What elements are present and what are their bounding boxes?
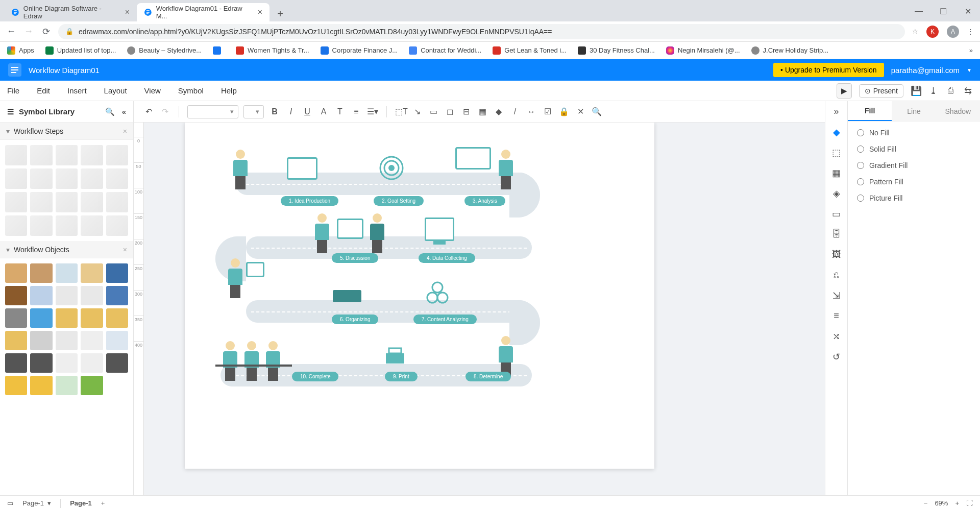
extension-icon[interactable]: K bbox=[926, 26, 939, 38]
search-icon[interactable]: 🔍 bbox=[105, 107, 115, 116]
save-icon[interactable]: 💾 bbox=[911, 85, 921, 96]
symbol-thumb[interactable] bbox=[81, 376, 103, 395]
menu-layout[interactable]: Layout bbox=[104, 86, 127, 95]
present-button[interactable]: ⊙Present bbox=[859, 84, 903, 98]
bookmarks-overflow[interactable]: » bbox=[969, 46, 973, 54]
image-icon[interactable]: 🖼 bbox=[831, 249, 842, 260]
undo-icon[interactable]: ↶ bbox=[143, 107, 154, 116]
symbol-thumb[interactable] bbox=[106, 263, 128, 283]
person-shape[interactable] bbox=[226, 258, 245, 299]
section-workflow-objects[interactable]: ▾ Workflow Objects × bbox=[0, 241, 133, 258]
step-label[interactable]: 6. Organizing bbox=[332, 315, 378, 324]
step-label[interactable]: 2. Goal Setting bbox=[374, 196, 424, 206]
step-label[interactable]: 5. Discussion bbox=[332, 253, 378, 263]
shuffle-icon[interactable]: ⤭ bbox=[831, 331, 842, 342]
symbol-thumb[interactable] bbox=[81, 192, 103, 212]
grid-tool-icon[interactable]: ▦ bbox=[831, 167, 842, 179]
symbol-thumb[interactable] bbox=[106, 192, 128, 212]
layers-icon[interactable]: ◈ bbox=[831, 188, 842, 199]
print-icon[interactable]: ⎙ bbox=[945, 85, 955, 96]
step-label[interactable]: 3. Analysis bbox=[464, 196, 505, 206]
road-segment[interactable] bbox=[246, 236, 532, 259]
font-size-select[interactable]: ▾ bbox=[243, 105, 264, 118]
lock-icon[interactable]: 🔒 bbox=[558, 107, 570, 116]
menu-help[interactable]: Help bbox=[221, 86, 237, 95]
symbol-thumb[interactable] bbox=[56, 331, 78, 350]
align-icon[interactable]: ≡ bbox=[831, 310, 842, 322]
menu-file[interactable]: File bbox=[7, 86, 19, 95]
symbol-thumb[interactable] bbox=[106, 215, 128, 236]
fill-option-gradient[interactable]: Gradient Fill bbox=[857, 161, 971, 170]
tab-0[interactable]: Online Diagram Software - Edraw × bbox=[4, 3, 137, 21]
radio-input[interactable] bbox=[857, 146, 864, 153]
symbol-thumb[interactable] bbox=[106, 331, 128, 350]
symbol-thumb[interactable] bbox=[30, 376, 52, 395]
symbol-thumb[interactable] bbox=[81, 145, 103, 165]
bookmark-apps[interactable]: Apps bbox=[7, 46, 34, 55]
menu-symbol[interactable]: Symbol bbox=[178, 86, 204, 95]
person-shape[interactable] bbox=[312, 213, 332, 254]
fill-option-nofill[interactable]: No Fill bbox=[857, 129, 971, 137]
bookmark-item[interactable]: Negin Mirsalehi (@... bbox=[666, 46, 740, 55]
person-shape[interactable] bbox=[496, 336, 516, 377]
history-icon[interactable]: ↺ bbox=[831, 351, 842, 362]
connector-icon[interactable]: ↘ bbox=[411, 107, 423, 116]
radio-input[interactable] bbox=[857, 162, 864, 169]
italic-icon[interactable]: I bbox=[285, 107, 297, 116]
tab-fill[interactable]: Fill bbox=[848, 101, 892, 121]
step-label[interactable]: 4. Data Collecting bbox=[419, 253, 475, 263]
symbol-thumb[interactable] bbox=[30, 263, 52, 283]
fill-option-pattern[interactable]: Pattern Fill bbox=[857, 178, 971, 186]
symbol-thumb[interactable] bbox=[5, 376, 27, 395]
gears-shape[interactable] bbox=[425, 280, 455, 305]
search-canvas-icon[interactable]: 🔍 bbox=[591, 107, 602, 116]
symbol-thumb[interactable] bbox=[30, 145, 52, 165]
tab-shadow[interactable]: Shadow bbox=[936, 101, 980, 121]
symbol-thumb[interactable] bbox=[30, 331, 52, 350]
person-shape[interactable] bbox=[220, 341, 240, 382]
zoom-out-button[interactable]: − bbox=[924, 499, 928, 507]
symbol-thumb[interactable] bbox=[56, 263, 78, 283]
symbol-thumb[interactable] bbox=[106, 145, 128, 165]
bookmark-item[interactable]: Corporate Finance J... bbox=[321, 46, 398, 55]
bookmark-item[interactable]: J.Crew Holiday Strip... bbox=[751, 46, 829, 55]
font-family-select[interactable]: ▾ bbox=[187, 105, 238, 118]
close-section-icon[interactable]: × bbox=[123, 127, 127, 135]
align-text-icon[interactable]: ≡ bbox=[351, 107, 362, 116]
bookmark-item[interactable]: Women Tights & Tr... bbox=[236, 46, 309, 55]
step-label[interactable]: 9. Print bbox=[385, 372, 418, 381]
tab-1[interactable]: Workflow Diagram01 - Edraw M... × bbox=[137, 3, 270, 21]
fit-screen-icon[interactable]: ⛶ bbox=[966, 499, 973, 507]
close-section-icon[interactable]: × bbox=[123, 246, 127, 254]
fill-option-picture[interactable]: Picture Fill bbox=[857, 194, 971, 202]
symbol-thumb[interactable] bbox=[5, 286, 27, 305]
slideshow-button[interactable]: ▶ bbox=[837, 83, 852, 99]
person-shape[interactable] bbox=[368, 213, 387, 254]
page-selector[interactable]: Page-1 ▾ bbox=[22, 499, 51, 507]
symbol-thumb[interactable] bbox=[5, 263, 27, 283]
upgrade-button[interactable]: • Upgrade to Premium Version bbox=[773, 63, 884, 77]
radio-input[interactable] bbox=[857, 129, 864, 136]
expand-panel-icon[interactable]: » bbox=[831, 106, 842, 117]
symbol-thumb[interactable] bbox=[56, 215, 78, 236]
symbol-thumb[interactable] bbox=[5, 215, 27, 236]
fill-tool-icon[interactable]: ◆ bbox=[831, 127, 842, 138]
symbol-thumb[interactable] bbox=[30, 192, 52, 212]
symbol-thumb[interactable] bbox=[106, 168, 128, 189]
radio-input[interactable] bbox=[857, 195, 864, 202]
symbol-thumb[interactable] bbox=[30, 308, 52, 328]
symbol-thumb[interactable] bbox=[5, 192, 27, 212]
step-label[interactable]: 1. Idea Production bbox=[281, 196, 338, 206]
symbol-thumb[interactable] bbox=[81, 215, 103, 236]
org-icon[interactable]: ⎌ bbox=[831, 270, 842, 281]
canvas-area[interactable]: -500501001502002503003504004505005506006… bbox=[134, 101, 825, 495]
shape-tool-icon[interactable]: ⬚ bbox=[831, 147, 842, 158]
bookmark-item[interactable]: 30 Day Fitness Chal... bbox=[578, 46, 655, 55]
collapse-sidebar-icon[interactable]: « bbox=[122, 107, 126, 116]
document-title[interactable]: Workflow Diagram01 bbox=[29, 66, 100, 75]
tab-line[interactable]: Line bbox=[892, 101, 936, 121]
canvas-page[interactable]: 1. Idea Production 2. Goal Setting 3. An… bbox=[185, 122, 654, 469]
table-shape[interactable] bbox=[215, 365, 292, 367]
group-icon[interactable]: ▦ bbox=[477, 107, 488, 116]
screen-shape[interactable] bbox=[337, 219, 363, 239]
